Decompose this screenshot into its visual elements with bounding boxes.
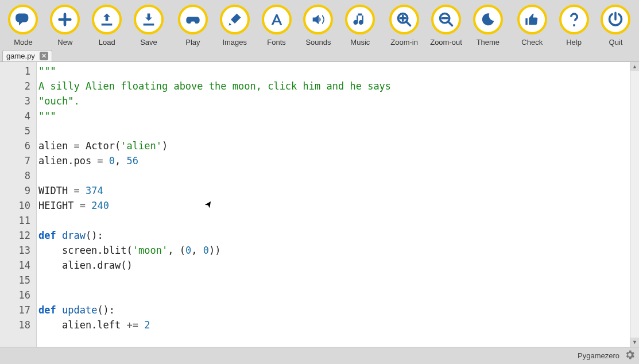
code-token: 0 bbox=[109, 155, 115, 166]
code-token: update bbox=[62, 304, 97, 316]
code-token: A silly Alien floating above the moon, c… bbox=[38, 80, 391, 92]
code-token bbox=[103, 155, 109, 166]
code-token: 'moon' bbox=[133, 245, 168, 256]
code-line: alien.left += 2 bbox=[38, 317, 630, 332]
music-icon bbox=[345, 5, 375, 34]
toolbar: ModeNewLoadSavePlayImagesFontsSoundsMusi… bbox=[0, 0, 639, 49]
check-button[interactable]: Check bbox=[511, 5, 553, 47]
zoom-in-button[interactable]: Zoom-in bbox=[384, 5, 425, 47]
editor-area: 123456789101112131415161718 """A silly A… bbox=[0, 62, 639, 347]
question-icon bbox=[559, 5, 589, 34]
code-token: 374 bbox=[86, 185, 103, 196]
statusbar: Pygamezero bbox=[0, 347, 639, 364]
toolbar-label: Play bbox=[185, 38, 200, 47]
code-line: A silly Alien floating above the moon, c… bbox=[38, 79, 630, 94]
code-token: ) bbox=[162, 140, 168, 152]
save-button[interactable]: Save bbox=[128, 5, 170, 47]
code-token: 0 bbox=[203, 245, 209, 256]
zoom-out-icon bbox=[431, 5, 461, 34]
line-number-gutter: 123456789101112131415161718 bbox=[0, 62, 37, 347]
toolbar-label: New bbox=[57, 38, 72, 47]
line-number: 8 bbox=[0, 168, 30, 183]
line-number: 1 bbox=[0, 64, 30, 79]
gear-icon[interactable] bbox=[624, 349, 636, 362]
scroll-up-button[interactable]: ▲ bbox=[630, 62, 639, 71]
quit-button[interactable]: Quit bbox=[595, 5, 637, 47]
code-line: WIDTH = 374 bbox=[38, 183, 630, 198]
close-icon[interactable]: ✕ bbox=[40, 52, 48, 60]
scroll-down-button[interactable]: ▼ bbox=[630, 338, 639, 347]
code-token: alien.pos bbox=[38, 155, 97, 166]
images-button[interactable]: Images bbox=[214, 5, 255, 47]
toolbar-label: Theme bbox=[477, 38, 499, 47]
code-line: HEIGHT = 240 bbox=[38, 198, 630, 213]
code-token: draw bbox=[62, 230, 86, 241]
code-token: 0 bbox=[185, 245, 191, 256]
line-number: 12 bbox=[0, 228, 30, 243]
mode-icon bbox=[8, 5, 38, 34]
line-number: 4 bbox=[0, 109, 30, 123]
power-icon bbox=[601, 5, 630, 34]
sounds-button[interactable]: Sounds bbox=[297, 5, 339, 47]
mode-button[interactable]: Mode bbox=[2, 5, 44, 47]
new-button[interactable]: New bbox=[44, 5, 86, 47]
code-token: alien.left bbox=[38, 319, 127, 331]
code-token: 2 bbox=[144, 319, 150, 331]
code-token: = bbox=[73, 140, 79, 152]
code-token: alien bbox=[38, 140, 73, 152]
line-number: 14 bbox=[0, 258, 30, 273]
toolbar-label: Images bbox=[222, 38, 247, 47]
code-line bbox=[38, 213, 630, 228]
code-token: += bbox=[127, 319, 138, 331]
code-editor[interactable]: """A silly Alien floating above the moon… bbox=[37, 62, 630, 347]
line-number: 11 bbox=[0, 213, 30, 228]
code-line: def update(): bbox=[38, 303, 630, 317]
tab-label: game.py bbox=[6, 52, 35, 60]
code-token: 'alien' bbox=[121, 140, 162, 152]
code-token: screen.blit( bbox=[38, 245, 133, 256]
toolbar-label: Load bbox=[99, 38, 115, 47]
line-number: 3 bbox=[0, 94, 30, 109]
load-button[interactable]: Load bbox=[86, 5, 128, 47]
line-number: 5 bbox=[0, 123, 30, 138]
code-line: def draw(): bbox=[38, 228, 630, 243]
code-token: def bbox=[38, 230, 62, 241]
line-number: 7 bbox=[0, 153, 30, 168]
play-button[interactable]: Play bbox=[172, 5, 214, 47]
toolbar-label: Fonts bbox=[267, 38, 286, 47]
toolbar-label: Music bbox=[350, 38, 370, 47]
tab-game-py[interactable]: game.py ✕ bbox=[2, 50, 52, 61]
thumb-icon bbox=[517, 5, 547, 34]
gamepad-icon bbox=[178, 5, 208, 34]
toolbar-label: Quit bbox=[609, 38, 623, 47]
code-token: , bbox=[115, 155, 126, 166]
music-button[interactable]: Music bbox=[339, 5, 381, 47]
fonts-button[interactable]: Fonts bbox=[255, 5, 297, 47]
theme-button[interactable]: Theme bbox=[467, 5, 509, 47]
code-token: = bbox=[97, 155, 103, 166]
code-token: def bbox=[38, 304, 62, 316]
zoom-out-button[interactable]: Zoom-out bbox=[425, 5, 467, 47]
line-number: 10 bbox=[0, 198, 30, 213]
code-token: 240 bbox=[91, 200, 109, 211]
line-number: 15 bbox=[0, 273, 30, 288]
code-line bbox=[38, 123, 630, 138]
code-line: """ bbox=[38, 109, 630, 123]
code-line bbox=[38, 288, 630, 303]
zoom-in-icon bbox=[389, 5, 419, 34]
code-token bbox=[80, 185, 86, 196]
code-token: (): bbox=[86, 230, 103, 241]
tab-bar: game.py ✕ bbox=[0, 49, 639, 62]
line-number: 2 bbox=[0, 79, 30, 94]
brush-icon bbox=[220, 5, 250, 34]
font-icon bbox=[262, 5, 292, 34]
help-button[interactable]: Help bbox=[553, 5, 595, 47]
vertical-scrollbar[interactable]: ▲ ▼ bbox=[630, 62, 639, 347]
code-token: WIDTH bbox=[38, 185, 73, 196]
code-token: = bbox=[80, 200, 86, 211]
line-number: 16 bbox=[0, 288, 30, 303]
toolbar-label: Zoom-out bbox=[430, 38, 462, 47]
toolbar-label: Help bbox=[566, 38, 582, 47]
code-line: "ouch". bbox=[38, 94, 630, 109]
toolbar-label: Check bbox=[521, 38, 543, 47]
